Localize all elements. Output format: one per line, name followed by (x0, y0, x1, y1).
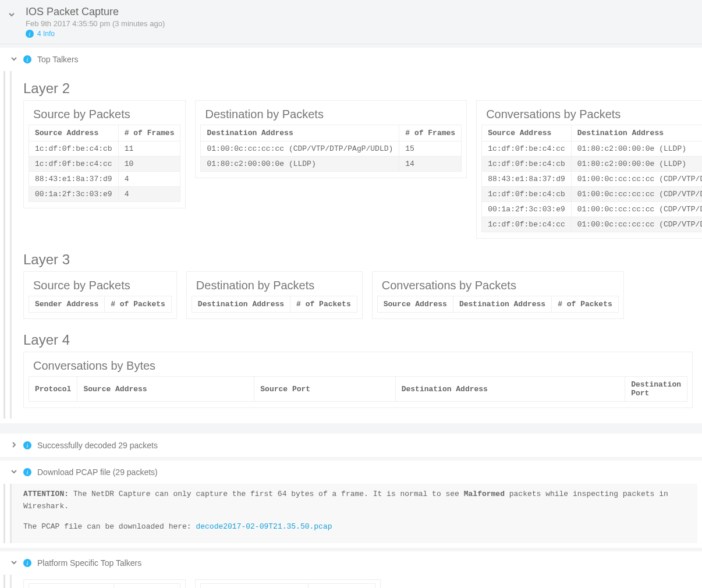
chevron-down-icon (10, 467, 17, 477)
table-row: 88:43:e1:8a:37:d94 (29, 172, 180, 187)
table-row: 1c:df:0f:be:c4:cb11 (29, 141, 180, 157)
layer3-conv-card: Conversations by Packets Source Address … (372, 271, 624, 319)
section-download[interactable]: i Download PCAP file (29 packets) (0, 461, 702, 484)
platform-iface-card: Top Layer 2 Interface # of Packets Vl121… (195, 579, 380, 588)
info-icon: i (23, 55, 31, 63)
card-title: Conversations by Packets (486, 108, 702, 121)
platform-vlan-card: Top ingress Vlan # of Packets 129 (23, 579, 186, 588)
col-header: # of Packets (105, 296, 172, 313)
pcap-download-link[interactable]: decode2017-02-09T21.35.50.pcap (196, 522, 332, 531)
chevron-down-icon (10, 55, 17, 64)
info-icon: i (23, 441, 31, 449)
col-header: # of Frames (399, 125, 462, 141)
table-row: 1c:df:0f:be:c4:cc01:80:c2:00:00:0e (LLDP… (482, 141, 702, 157)
col-header: Top Layer 2 Interface (201, 584, 309, 588)
col-header: Sender Address (29, 296, 105, 313)
layer3-heading: Layer 3 (23, 252, 693, 268)
layer3-dest-card: Destination by Packets Destination Addre… (186, 271, 363, 319)
section-platform[interactable]: i Platform Specific Top Talkers (0, 551, 702, 575)
layer2-dest-table: Destination Address # of Frames 01:00:0c… (200, 125, 462, 172)
layer2-source-table: Source Address # of Frames 1c:df:0f:be:c… (29, 125, 180, 202)
col-header: Top ingress Vlan (29, 584, 114, 588)
attention-label: ATTENTION: (23, 490, 69, 498)
chevron-down-icon (10, 558, 17, 568)
table-row: 00:1a:2f:3c:03:e901:00:0c:cc:cc:cc (CDP/… (482, 202, 702, 217)
card-title: Conversations by Packets (382, 279, 619, 292)
col-header: Destination Address (395, 377, 625, 402)
col-header: Source Address (482, 125, 572, 141)
section-top-talkers[interactable]: i Top Talkers (0, 48, 702, 71)
info-icon: i (23, 559, 31, 567)
card-title: Conversations by Bytes (33, 359, 687, 373)
col-header: # of Packets (290, 296, 357, 313)
col-header: Destination Address (192, 296, 290, 313)
col-header: # of Packets (114, 584, 180, 588)
layer3-source-card: Source by Packets Sender Address # of Pa… (23, 271, 177, 319)
layer2-conv-card: Conversations by Packets Source Address … (476, 100, 702, 239)
chevron-right-icon (10, 441, 17, 450)
table-row: 01:80:c2:00:00:0e (LLDP)14 (201, 157, 462, 172)
layer4-heading: Layer 4 (23, 332, 693, 348)
card-title: Destination by Packets (205, 108, 462, 121)
attention-text: The NetDR Capture can only capture the f… (69, 490, 464, 498)
table-row: 1c:df:0f:be:c4:cc01:00:0c:cc:cc:cc (CDP/… (482, 217, 702, 232)
page-subtitle: Feb 9th 2017 4:35:50 pm (3 minutes ago) (26, 19, 695, 28)
table-row: 01:00:0c:cc:cc:cc (CDP/VTP/DTP/PAgP/UDLD… (201, 141, 462, 157)
table-row: 1c:df:0f:be:c4:cb01:00:0c:cc:cc:cc (CDP/… (482, 187, 702, 202)
card-title: Source by Packets (33, 279, 172, 292)
col-header: Source Address (377, 296, 453, 313)
section-label: Successfully decoded 29 packets (37, 441, 158, 450)
info-icon: i (23, 468, 31, 476)
table-row: 00:1a:2f:3c:03:e94 (29, 187, 180, 202)
download-prefix: The PCAP file can be downloaded here: (23, 522, 196, 531)
section-label: Platform Specific Top Talkers (37, 558, 141, 568)
page-header: IOS Packet Capture Feb 9th 2017 4:35:50 … (0, 0, 702, 44)
layer4-conv-card: Conversations by Bytes Protocol Source A… (23, 352, 693, 408)
col-header: Destination Address (453, 296, 551, 313)
info-count[interactable]: 4 Info (37, 30, 55, 38)
platform-panel: Top ingress Vlan # of Packets 129 Top La… (10, 575, 697, 588)
col-header: Source Address (77, 377, 254, 402)
layer2-source-card: Source by Packets Source Address # of Fr… (23, 100, 186, 208)
col-header: Source Port (254, 377, 395, 402)
col-header: # of Frames (118, 125, 180, 141)
col-header: Destination Address (571, 125, 702, 141)
header-collapse-icon[interactable] (8, 10, 15, 20)
layer2-conv-table: Source Address Destination Address # of … (481, 125, 702, 232)
section-decoded[interactable]: i Successfully decoded 29 packets (0, 434, 702, 457)
malformed-word: Malformed (464, 490, 505, 498)
info-icon: i (26, 30, 34, 38)
col-header: Destination Port (625, 377, 687, 402)
table-row: 1c:df:0f:be:c4:cb01:80:c2:00:00:0e (LLDP… (482, 157, 702, 172)
col-header: Destination Address (201, 125, 399, 141)
card-title: Destination by Packets (196, 279, 357, 292)
col-header: # of Packets (309, 584, 375, 588)
table-row: 88:43:e1:8a:37:d901:00:0c:cc:cc:cc (CDP/… (482, 172, 702, 187)
layer2-dest-card: Destination by Packets Destination Addre… (195, 100, 467, 178)
table-row: 1c:df:0f:be:c4:cc10 (29, 157, 180, 172)
download-panel: ATTENTION: The NetDR Capture can only ca… (10, 484, 697, 543)
col-header: Source Address (29, 125, 119, 141)
page-title: IOS Packet Capture (26, 6, 695, 18)
section-label: Download PCAP file (29 packets) (37, 467, 158, 477)
layer2-heading: Layer 2 (23, 80, 693, 97)
top-talkers-panel: Layer 2 Source by Packets Source Address… (10, 71, 697, 419)
section-label: Top Talkers (37, 55, 79, 64)
card-title: Source by Packets (33, 108, 180, 121)
col-header: # of Packets (552, 296, 619, 313)
col-header: Protocol (29, 377, 77, 402)
